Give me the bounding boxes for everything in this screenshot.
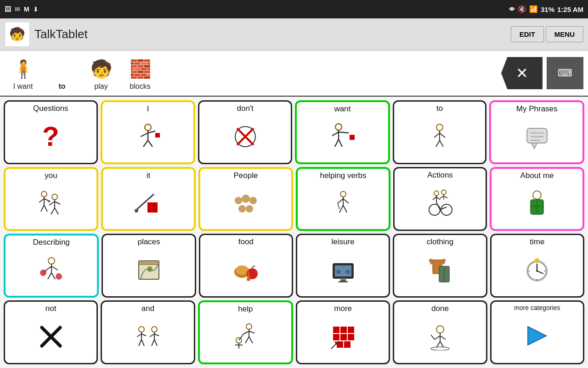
menu-button[interactable]: MENU [546, 26, 583, 42]
cell-my-phrases[interactable]: My Phrases [489, 100, 584, 164]
svg-point-0 [145, 124, 151, 131]
svg-point-43 [135, 209, 138, 213]
svg-point-10 [335, 124, 342, 130]
eye-icon: 👁 [509, 6, 515, 13]
grid-row-2: you it [4, 167, 584, 231]
svg-line-54 [343, 205, 347, 213]
cell-more-categories[interactable]: more categories [490, 300, 584, 364]
svg-line-119 [152, 339, 154, 346]
cell-not[interactable]: not [4, 300, 98, 364]
delete-button[interactable]: ✕ [501, 57, 543, 89]
cell-describing[interactable]: Describing [4, 234, 99, 298]
svg-line-118 [154, 334, 159, 336]
cell-to[interactable]: to [393, 100, 487, 164]
svg-line-111 [137, 334, 141, 337]
svg-rect-134 [333, 334, 339, 340]
cell-help[interactable]: help [198, 300, 293, 364]
cell-done[interactable]: done [393, 300, 487, 364]
title-left: 🧒 TalkTablet [5, 22, 88, 47]
cell-more[interactable]: more [296, 300, 390, 364]
sentence-word-play: 🧒 play [83, 54, 119, 92]
svg-rect-105 [534, 260, 540, 262]
svg-line-62 [436, 202, 440, 210]
svg-line-112 [141, 334, 146, 336]
svg-marker-149 [528, 327, 546, 345]
svg-point-100 [536, 270, 538, 272]
mute-icon: 🔇 [518, 5, 526, 13]
svg-line-59 [436, 197, 440, 200]
cell-people[interactable]: People [198, 167, 293, 231]
svg-line-75 [51, 266, 58, 270]
svg-line-12 [332, 132, 339, 136]
cell-helping-verbs[interactable]: helping verbs [296, 167, 390, 231]
status-right-icons: 👁 🔇 📶 31% 1:25 AM [509, 5, 583, 13]
svg-line-51 [338, 199, 343, 203]
svg-line-114 [141, 339, 144, 346]
cell-want[interactable]: want [295, 100, 390, 164]
cell-i[interactable]: I [101, 100, 196, 164]
keyboard-button[interactable]: ⌨ [547, 57, 583, 89]
svg-line-15 [339, 139, 342, 147]
svg-line-67 [444, 196, 447, 198]
cell-places[interactable]: places [102, 234, 196, 298]
svg-point-92 [345, 270, 350, 274]
cell-actions[interactable]: Actions [393, 167, 487, 231]
cell-you[interactable]: you [4, 167, 98, 231]
svg-rect-16 [350, 135, 355, 140]
title-bar: 🧒 TalkTablet EDIT MENU [0, 18, 588, 51]
svg-line-2 [141, 133, 148, 137]
app-icon: 🧒 [5, 22, 30, 47]
time-display: 1:25 AM [557, 6, 583, 13]
svg-point-47 [238, 205, 246, 213]
cell-clothing[interactable]: clothing [393, 234, 487, 298]
cell-leisure[interactable]: leisure [296, 234, 390, 298]
cell-and[interactable]: and [101, 300, 195, 364]
svg-line-5 [148, 140, 153, 147]
svg-line-20 [440, 133, 445, 138]
svg-rect-136 [348, 334, 354, 340]
svg-rect-89 [340, 279, 346, 281]
svg-point-115 [152, 327, 157, 332]
gallery-icon: 🖼 [5, 6, 11, 13]
svg-line-66 [440, 196, 444, 198]
sentence-word-iwant: 🧍 I want [5, 54, 41, 92]
play-label: play [94, 82, 107, 91]
cell-time[interactable]: time [490, 234, 584, 298]
play-pic: 🧒 [90, 56, 112, 82]
svg-point-34 [52, 194, 57, 200]
svg-line-37 [55, 201, 60, 204]
edit-button[interactable]: EDIT [511, 26, 544, 42]
svg-point-45 [242, 195, 250, 203]
svg-point-68 [533, 191, 541, 199]
svg-line-22 [440, 140, 443, 147]
svg-point-44 [235, 197, 242, 204]
svg-rect-90 [339, 281, 348, 282]
svg-point-79 [56, 273, 62, 280]
svg-marker-24 [531, 143, 537, 149]
svg-line-117 [150, 334, 154, 337]
sentence-word-to: to [44, 54, 80, 92]
svg-line-14 [335, 139, 339, 147]
svg-line-38 [51, 208, 55, 214]
svg-line-53 [339, 205, 343, 213]
gmail-icon: M [24, 6, 29, 13]
svg-rect-135 [340, 334, 347, 340]
svg-line-55 [338, 203, 339, 209]
svg-rect-23 [527, 128, 547, 143]
cell-about-me[interactable]: About me [490, 167, 584, 231]
svg-line-123 [243, 331, 249, 334]
svg-rect-133 [348, 327, 354, 333]
download-icon: ⬇ [33, 6, 39, 13]
cell-dont[interactable]: don't [198, 100, 292, 164]
status-bar: 🖼 ✉ M ⬇ 👁 🔇 📶 31% 1:25 AM [0, 0, 588, 18]
cell-food[interactable]: food [199, 234, 293, 298]
iwant-label: I want [13, 82, 33, 91]
battery-text: 31% [541, 6, 554, 13]
svg-rect-138 [344, 341, 351, 348]
svg-point-17 [436, 124, 443, 131]
cell-it[interactable]: it [101, 167, 196, 231]
svg-line-74 [45, 266, 51, 271]
cell-questions[interactable]: Questions ? [4, 100, 98, 164]
svg-marker-106 [534, 258, 540, 260]
svg-line-19 [434, 133, 440, 138]
